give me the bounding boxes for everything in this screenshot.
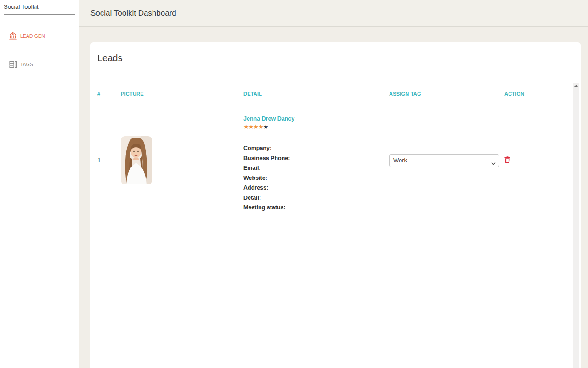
lead-name-link[interactable]: Jenna Drew Dancy [243, 115, 294, 122]
scrollbar-up-icon[interactable] [574, 85, 578, 87]
app-window: Social Toolkit LEAD GEN [0, 0, 588, 368]
list-icon [8, 60, 17, 69]
leads-table-area: # PICTURE DETAIL ASSIGN TAG ACTION 1 [90, 83, 581, 368]
column-header-action: ACTION [498, 83, 573, 105]
detail-label-website: Website: [243, 173, 382, 184]
leads-table: # PICTURE DETAIL ASSIGN TAG ACTION 1 [90, 83, 573, 216]
lead-index: 1 [90, 105, 114, 216]
detail-label-company: Company: [243, 144, 382, 154]
detail-label-address: Address: [243, 183, 382, 193]
assign-tag-cell: Work [382, 105, 498, 216]
column-header-assign-tag: ASSIGN TAG [382, 83, 498, 105]
leads-card-title: Leads [97, 53, 123, 63]
lead-detail-fields: Company: Business Phone: Email: Website:… [243, 144, 382, 213]
main-area: Social Toolkit Dashboard Leads # PICTURE [79, 0, 588, 368]
sidebar-item-lead-gen[interactable]: LEAD GEN [0, 25, 79, 47]
action-cell [498, 105, 573, 216]
table-header-row: # PICTURE DETAIL ASSIGN TAG ACTION [90, 83, 573, 105]
topbar: Social Toolkit Dashboard [79, 0, 588, 27]
detail-label-detail: Detail: [243, 193, 382, 203]
sidebar-title: Social Toolkit [4, 3, 39, 10]
column-header-picture: PICTURE [114, 83, 237, 105]
lead-picture-cell [114, 105, 237, 216]
sidebar-item-lead-gen-label: LEAD GEN [20, 34, 45, 39]
bank-icon [8, 31, 17, 40]
sidebar-item-tags-label: TAGS [20, 62, 33, 67]
detail-label-meeting-status: Meeting status: [243, 203, 382, 213]
assign-tag-select[interactable]: Work [389, 154, 499, 167]
lead-photo [121, 136, 152, 184]
leads-card: Leads # PICTURE DETAIL ASSIGN TAG [90, 42, 581, 368]
sidebar-divider [4, 14, 75, 15]
delete-lead-button[interactable] [504, 156, 510, 163]
detail-label-business-phone: Business Phone: [243, 154, 382, 164]
sidebar-item-tags[interactable]: TAGS [0, 53, 79, 75]
sidebar: Social Toolkit LEAD GEN [0, 0, 79, 368]
rating-stars: ★★★★★ [243, 124, 382, 130]
column-header-index: # [90, 83, 114, 105]
table-scrollbar[interactable] [573, 83, 579, 368]
table-row: 1 [90, 105, 573, 216]
page-title: Social Toolkit Dashboard [90, 9, 176, 18]
detail-label-email: Email: [243, 163, 382, 173]
content-area: Leads # PICTURE DETAIL ASSIGN TAG [79, 27, 588, 368]
column-header-detail: DETAIL [237, 83, 382, 105]
trash-icon [504, 158, 510, 165]
lead-detail-cell: Jenna Drew Dancy ★★★★★ Company: Business… [237, 105, 382, 216]
